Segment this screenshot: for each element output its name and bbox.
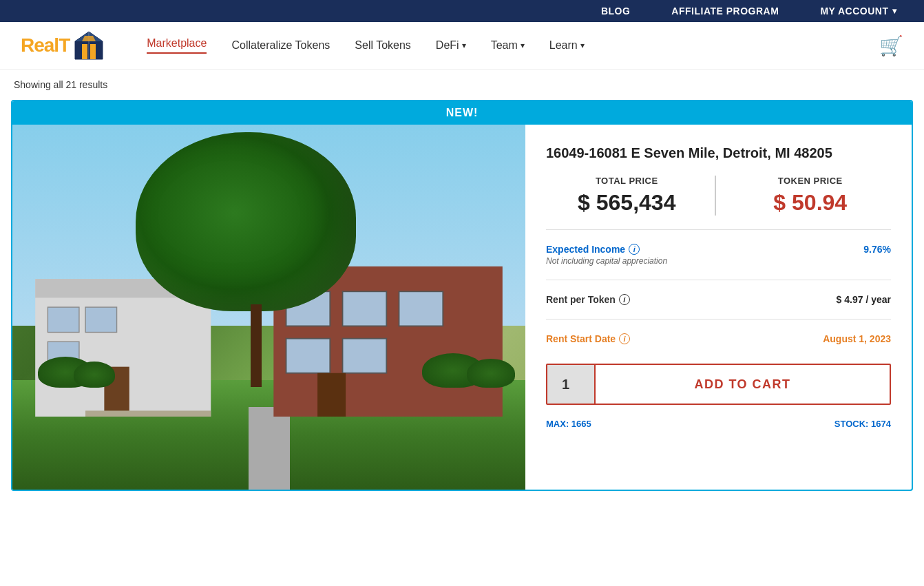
price-row: TOTAL PRICE $ 565,434 TOKEN PRICE $ 50.9… [546,176,891,216]
logo-real: Real [21,34,59,56]
expected-income-section: Expected Income i 9.76% Not including ca… [546,244,891,266]
max-label: MAX: 1665 [546,419,591,429]
new-badge: NEW! [12,101,912,125]
rent-per-token-label: Rent per Token i [546,294,630,305]
svg-rect-8 [48,307,79,332]
svg-rect-20 [85,410,211,417]
nav-marketplace[interactable]: Marketplace [147,37,207,54]
add-to-cart-button[interactable]: ADD TO CART [596,365,890,404]
rent-per-token-info-icon[interactable]: i [619,294,630,305]
bush-left2 [74,362,115,388]
divider1 [546,229,891,230]
stock-row: MAX: 1665 STOCK: 1674 [546,419,891,429]
expected-income-value: 9.76% [863,244,891,255]
cart-icon[interactable]: 🛒 [879,34,903,57]
nav-defi[interactable]: DeFi [436,39,466,52]
nav-learn[interactable]: Learn [549,39,585,52]
token-price-value: $ 50.94 [730,190,892,216]
results-bar: Showing all 21 results [0,70,924,100]
add-to-cart-row: ADD TO CART [546,364,891,405]
card-info: 16049-16081 E Seven Mile, Detroit, MI 48… [525,125,912,490]
rent-start-info-icon[interactable]: i [619,333,630,344]
expected-income-info-icon[interactable]: i [629,244,640,255]
my-account-label: MY ACCOUNT [820,6,888,17]
pathway [249,407,290,490]
house-scene [12,125,525,490]
expected-income-row: Expected Income i 9.76% [546,244,891,255]
logo[interactable]: RealT [21,29,105,62]
main-tree [156,132,356,387]
logo-t: T [59,34,70,56]
total-price-value: $ 565,434 [546,190,708,216]
nav-team[interactable]: Team [491,39,525,52]
property-card: NEW! [11,100,913,491]
affiliate-link[interactable]: AFFILIATE PROGRAM [671,6,779,17]
quantity-input[interactable] [547,365,596,404]
token-price-label: TOKEN PRICE [730,176,892,186]
logo-icon [72,29,105,62]
results-count: Showing all 21 results [14,79,107,90]
bush-right2 [467,359,515,388]
my-account-link[interactable]: MY ACCOUNT ▾ [820,6,896,17]
property-image [12,125,525,490]
divider2 [546,280,891,280]
chevron-down-icon: ▾ [892,6,897,16]
nav-collateralize[interactable]: Collateralize Tokens [231,39,330,52]
rent-start-row: Rent Start Date i August 1, 2023 [546,333,891,344]
nav-sell-tokens[interactable]: Sell Tokens [355,39,411,52]
total-price-block: TOTAL PRICE $ 565,434 [546,176,708,216]
token-price-block: TOKEN PRICE $ 50.94 [715,176,892,216]
total-price-label: TOTAL PRICE [546,176,708,186]
blog-link[interactable]: BLOG [601,6,630,17]
svg-rect-9 [85,307,117,332]
main-nav: RealT Marketplace Collateralize Tokens S… [0,22,924,70]
rent-start-label: Rent Start Date i [546,333,630,344]
rent-per-token-value: $ 4.97 / year [837,294,891,305]
expected-income-label: Expected Income i [546,244,640,255]
stock-label: STOCK: 1674 [834,419,891,429]
nav-links: Marketplace Collateralize Tokens Sell To… [147,37,879,54]
top-bar: BLOG AFFILIATE PROGRAM MY ACCOUNT ▾ [0,0,924,22]
rent-start-value: August 1, 2023 [823,333,891,344]
card-body: 16049-16081 E Seven Mile, Detroit, MI 48… [12,125,912,490]
expected-income-sub: Not including capital appreciation [546,256,891,266]
divider3 [546,319,891,320]
svg-rect-3 [90,44,96,59]
svg-rect-15 [399,291,443,326]
property-address: 16049-16081 E Seven Mile, Detroit, MI 48… [546,144,891,162]
logo-text: RealT [21,34,70,56]
rent-per-token-row: Rent per Token i $ 4.97 / year [546,294,891,305]
svg-rect-2 [82,44,87,59]
